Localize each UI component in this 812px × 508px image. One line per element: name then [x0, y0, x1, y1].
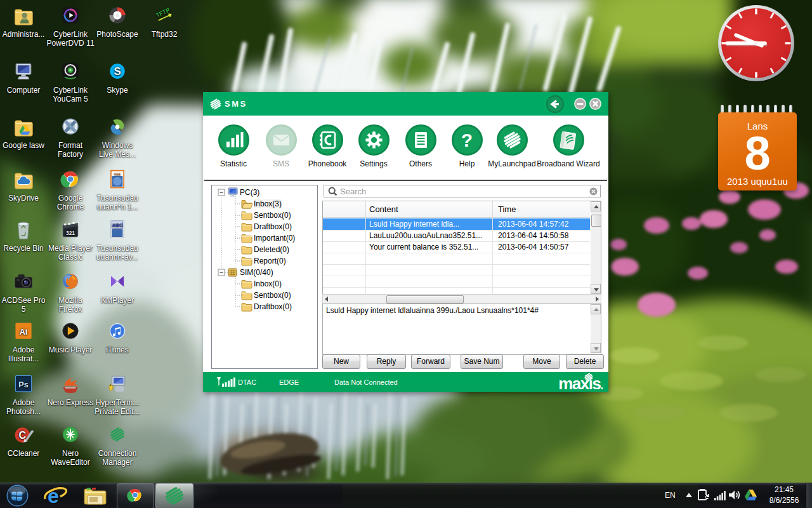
svg-text:ABC: ABC	[112, 222, 123, 228]
svg-text:Ai: Ai	[20, 328, 28, 337]
svg-text:Ps: Ps	[18, 380, 28, 389]
svg-text:S: S	[114, 65, 121, 77]
svg-text:nua: nua	[114, 172, 121, 176]
svg-text:321: 321	[66, 230, 75, 236]
svg-text:TFTP: TFTP	[155, 7, 171, 19]
svg-text:C: C	[19, 430, 27, 441]
